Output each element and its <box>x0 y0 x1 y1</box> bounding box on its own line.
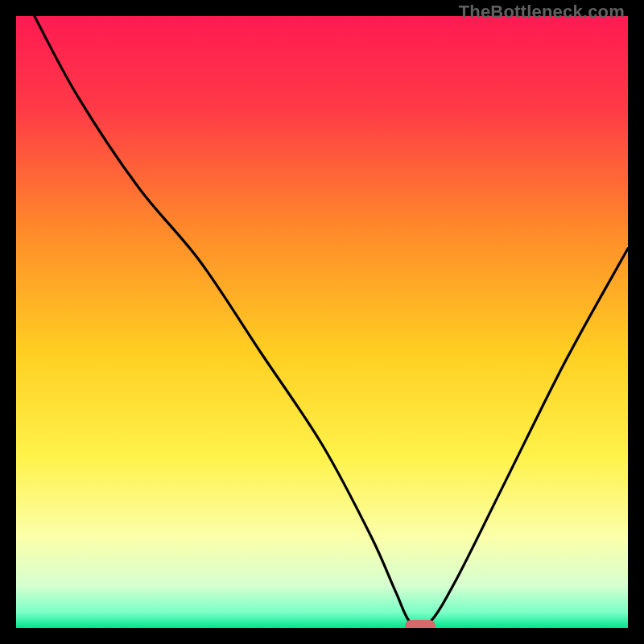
optimal-marker <box>405 620 436 628</box>
bottleneck-curve <box>16 16 628 628</box>
chart-frame: TheBottleneck.com <box>0 0 644 644</box>
watermark-text: TheBottleneck.com <box>459 2 625 23</box>
plot-area <box>16 16 628 628</box>
